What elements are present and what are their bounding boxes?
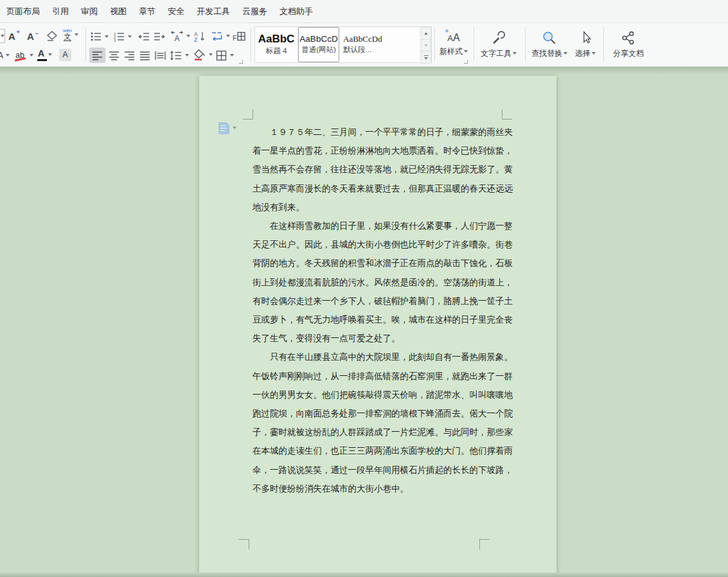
align-justify-button[interactable] bbox=[139, 48, 151, 63]
document-text[interactable]: １９７５年二、三月间，一个平平常常的日子，细蒙蒙的雨丝夹着一星半点的雪花，正纷纷… bbox=[253, 123, 504, 498]
numbered-list-button[interactable]: 1 2 3 bbox=[113, 29, 132, 44]
document-page[interactable]: １９７５年二、三月间，一个平平常常的日子，细蒙蒙的雨丝夹着一星半点的雪花，正纷纷… bbox=[199, 76, 556, 577]
more-styles-icon bbox=[424, 55, 429, 57]
style-label: 标题 4 bbox=[266, 46, 287, 56]
text-line: 失了生气，变得没有一点可爱之处了。 bbox=[253, 329, 504, 348]
clear-format-button[interactable] bbox=[45, 28, 59, 44]
ribbon-separator bbox=[525, 27, 526, 62]
chevron-down-icon bbox=[233, 127, 236, 129]
character-scale-button[interactable]: A bbox=[170, 28, 190, 44]
gallery-scroll-down-button[interactable] bbox=[421, 40, 431, 52]
text-line: 不多时便纷纷消失在城市的大街小巷中。 bbox=[253, 479, 504, 498]
dialog-launcher[interactable] bbox=[239, 60, 243, 64]
margin-mark-top-left bbox=[243, 119, 253, 120]
menu-tabs: 页面布局引用审阅视图章节安全开发工具云服务文档助手 bbox=[6, 6, 313, 17]
svg-text:Z: Z bbox=[194, 37, 197, 42]
menu-tab[interactable]: 页面布局 bbox=[6, 6, 40, 17]
text-tools-button[interactable]: 文字工具 bbox=[478, 26, 519, 63]
chevron-down-icon bbox=[1, 35, 4, 37]
text-line: 在本城的走读生们，也正三三两两涌出东面学校的大门。他们撑着雨 bbox=[253, 441, 504, 460]
sort-button[interactable]: A Z bbox=[193, 28, 206, 44]
text-line: 着一星半点的雪花，正纷纷淋淋地向大地票洒着。时令已快到惊蛰， bbox=[253, 141, 504, 160]
find-replace-button[interactable]: 查找替换 bbox=[529, 26, 569, 63]
align-right-button[interactable] bbox=[123, 48, 136, 63]
paragraph-marks-button[interactable] bbox=[211, 28, 230, 44]
menu-tab[interactable]: 审阅 bbox=[81, 6, 98, 17]
menu-tab[interactable]: 视图 bbox=[110, 6, 127, 17]
tab-grid-icon: F bbox=[232, 30, 246, 42]
text-line: 背阴的地方。冬天残留的积雪和冰溜子正在雨点的敲击下蚀化，石板 bbox=[253, 254, 504, 272]
style-gallery-scroll bbox=[421, 27, 431, 64]
text-line: 子，霎时就被这纷乱的人群踩踏成了一片烂泥滩。与此同时，那些家 bbox=[253, 423, 504, 441]
eraser-icon bbox=[45, 30, 59, 42]
wrench-icon bbox=[491, 30, 506, 46]
increase-indent-button[interactable] bbox=[153, 29, 166, 44]
paste-options-button[interactable] bbox=[218, 121, 244, 134]
gallery-more-button[interactable] bbox=[421, 51, 431, 64]
bullet-list-icon bbox=[90, 31, 102, 42]
increase-indent-icon bbox=[153, 31, 166, 42]
text-effects-button-fragment[interactable]: A bbox=[0, 48, 10, 63]
decrease-indent-button[interactable] bbox=[138, 29, 150, 44]
menu-tab[interactable]: 文档助手 bbox=[280, 6, 313, 17]
align-left-button[interactable] bbox=[89, 48, 105, 63]
align-distribute-button[interactable] bbox=[154, 48, 166, 63]
align-left-icon bbox=[91, 49, 103, 62]
font-color-button[interactable]: A bbox=[38, 47, 52, 62]
pinyin-guide-icon: wén文 bbox=[63, 28, 72, 41]
text-line: 在这样雨雪教加的日子里，如果没有什么紧要事，人们宁愿一整 bbox=[253, 217, 504, 235]
bullet-list-button[interactable] bbox=[90, 29, 109, 44]
menu-tab[interactable]: 开发工具 bbox=[197, 6, 230, 17]
increase-font-size-button[interactable]: A+ bbox=[8, 28, 15, 44]
select-button[interactable]: 选择 bbox=[569, 26, 601, 63]
share-icon bbox=[621, 30, 636, 46]
align-right-icon bbox=[123, 49, 136, 62]
dialog-launcher[interactable] bbox=[464, 60, 468, 64]
document-workspace[interactable]: １９７５年二、三月间，一个平平常常的日子，细蒙蒙的雨丝夹着一星半点的雪花，正纷纷… bbox=[0, 67, 728, 577]
character-shading-button[interactable]: A bbox=[59, 47, 71, 62]
triangle-down-icon bbox=[424, 57, 428, 60]
borders-icon bbox=[215, 49, 227, 62]
font-color-icon: A bbox=[38, 48, 44, 61]
style-card-default-paragraph[interactable]: AaBbCcDd 默认段... bbox=[339, 27, 420, 62]
line-spacing-button[interactable] bbox=[170, 48, 189, 63]
shading-button[interactable] bbox=[192, 47, 213, 62]
style-card-normal-web[interactable]: AaBbCcD 普通(网站) bbox=[298, 27, 339, 62]
align-justify-icon bbox=[139, 49, 151, 62]
align-center-button[interactable] bbox=[108, 48, 120, 63]
text-effects-icon: A bbox=[0, 50, 3, 60]
text-line: 天足不出户。因此，县城的大街小巷倒也比平时少了许多嘈杂。街巷 bbox=[253, 235, 504, 254]
ribbon-separator bbox=[474, 27, 474, 62]
margin-mark-bottom-right bbox=[479, 539, 480, 549]
style-preview: AaBbCcDd bbox=[343, 35, 382, 43]
text-line: 午饭铃声刚刚响过，从一排排高低错落的石窑洞里，就跑出来了一群 bbox=[253, 367, 504, 386]
tab-settings-button[interactable]: F bbox=[232, 28, 246, 44]
menu-tab[interactable]: 安全 bbox=[168, 6, 184, 17]
highlight-icon: ab bbox=[15, 51, 24, 60]
menu-tab[interactable]: 章节 bbox=[139, 6, 155, 17]
style-preview: AaBbC bbox=[258, 33, 295, 44]
text-line: 雪当然再不会存留，往往还没等落地，就已经消失得无踪无影了。黄 bbox=[253, 160, 504, 179]
font-decrease-icon: A− bbox=[27, 31, 34, 42]
borders-button[interactable] bbox=[215, 48, 234, 63]
highlight-button[interactable]: ab bbox=[15, 48, 33, 63]
menu-tab[interactable]: 引用 bbox=[52, 6, 69, 17]
new-style-button[interactable]: ✳AA 新样式 bbox=[437, 26, 470, 63]
text-line: 地没有到来。 bbox=[253, 198, 504, 217]
horizontal-scrollbar[interactable] bbox=[0, 573, 728, 577]
share-document-button[interactable]: 分享文档 bbox=[608, 26, 649, 63]
phonetic-guide-button[interactable]: wén文 bbox=[63, 27, 78, 42]
margin-mark-bottom-left bbox=[249, 539, 249, 549]
text-line: 土高原严寒而漫长的冬天看来就要过去，但那真正温暖的春天还远远 bbox=[253, 179, 504, 198]
ribbon-separator bbox=[434, 27, 435, 62]
decrease-font-size-button[interactable]: A− bbox=[27, 28, 34, 44]
style-card-heading4[interactable]: AaBbC 标题 4 bbox=[255, 27, 298, 62]
font-increase-icon: A+ bbox=[8, 31, 15, 42]
decrease-indent-icon bbox=[138, 31, 150, 42]
font-size-combo-fragment[interactable] bbox=[0, 28, 5, 44]
svg-text:A: A bbox=[194, 30, 198, 37]
gallery-scroll-up-button[interactable] bbox=[421, 27, 431, 40]
text-line: 只有在半山腰县立高中的大院坝里，此刻却自有一番热闹景象。 bbox=[253, 348, 504, 366]
style-gallery: AaBbC 标题 4 AaBbCcD 普通(网站) AaBbCcDd 默认段..… bbox=[254, 26, 432, 63]
menu-tab[interactable]: 云服务 bbox=[242, 6, 267, 17]
